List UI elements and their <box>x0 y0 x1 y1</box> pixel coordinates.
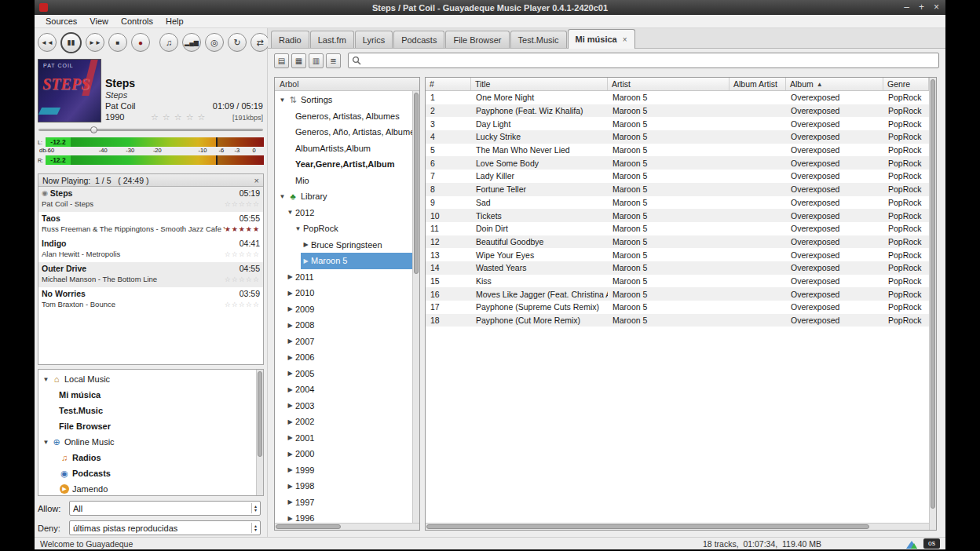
library-item[interactable]: ▶Bruce Springsteen <box>275 237 412 254</box>
spin-down-icon[interactable]: ▾ <box>254 509 257 513</box>
column-header-album[interactable]: Album▲ <box>786 78 883 90</box>
track-row[interactable]: 12Beautiful GoodbyeMaroon 5OverexposedPo… <box>426 235 929 249</box>
seek-handle[interactable] <box>90 126 97 133</box>
playlist-track-rating[interactable]: ☆☆☆☆☆ <box>225 199 260 210</box>
library-item[interactable]: ▶2006 <box>275 349 412 366</box>
tab-file-browser[interactable]: File Browser <box>445 31 509 48</box>
tree-horizontal-scrollbar[interactable] <box>275 523 419 530</box>
library-item[interactable]: ▶1997 <box>275 494 412 511</box>
expander-icon[interactable]: ▶ <box>285 290 295 297</box>
column-header-album-artist[interactable]: Album Artist <box>730 78 786 90</box>
tree-header[interactable]: Arbol <box>275 78 419 91</box>
tab-podcasts[interactable]: Podcasts <box>393 31 444 48</box>
expander-icon[interactable]: ▼ <box>285 209 295 216</box>
expander-icon[interactable]: ▶ <box>285 515 295 522</box>
table-vertical-scrollbar[interactable] <box>929 78 936 530</box>
view-columns-button[interactable]: ▥ <box>309 53 324 68</box>
stop-button[interactable]: ■ <box>108 33 127 52</box>
view-covers-button[interactable]: ▦ <box>291 53 306 68</box>
smart-play-button[interactable]: ◎ <box>205 33 224 52</box>
track-row[interactable]: 9SadMaroon 5OverexposedPopRock <box>426 196 929 210</box>
track-row[interactable]: 8Fortune TellerMaroon 5OverexposedPopRoc… <box>426 183 929 196</box>
scrollbar-thumb[interactable] <box>931 79 935 509</box>
album-art[interactable]: PAT COIL STEPS <box>38 59 101 122</box>
track-row[interactable]: 14Wasted YearsMaroon 5OverexposedPopRock <box>426 261 929 275</box>
menu-view[interactable]: View <box>83 16 115 27</box>
seek-track[interactable] <box>38 129 263 131</box>
library-item[interactable]: ▶Maroon 5 <box>275 253 412 269</box>
library-item[interactable]: ▼PopRock <box>275 221 412 237</box>
library-item[interactable]: ▶1999 <box>275 462 412 479</box>
expander-icon[interactable]: ▶ <box>285 273 295 280</box>
shuffle-button[interactable]: ⇄ <box>250 33 269 52</box>
view-details-button[interactable]: ≣ <box>326 53 341 68</box>
playlist-track-rating[interactable]: ☆☆☆☆☆ <box>225 300 260 310</box>
expander-icon[interactable]: ▼ <box>277 97 287 104</box>
expander-icon[interactable]: ▶ <box>285 466 295 473</box>
source-item[interactable]: ▼⊕Online Music <box>38 434 256 450</box>
column-header-title[interactable]: Title <box>471 78 608 90</box>
tree-vertical-scrollbar[interactable] <box>412 91 419 523</box>
expander-icon[interactable]: ▶ <box>285 451 295 458</box>
close-button[interactable]: × <box>934 0 939 15</box>
status-badge[interactable]: os <box>923 538 940 549</box>
expander-icon[interactable]: ▶ <box>285 498 295 505</box>
menu-sources[interactable]: Sources <box>39 16 83 27</box>
table-horizontal-scrollbar[interactable] <box>426 523 929 530</box>
library-item[interactable]: ▶2007 <box>275 334 412 350</box>
library-item[interactable]: ▼⇅Sortings <box>275 92 412 108</box>
previous-button[interactable]: ◄◄ <box>38 33 57 52</box>
library-item[interactable]: ▶2002 <box>275 414 412 430</box>
playlist-row[interactable]: Taos05:55Russ Freeman & The Rippingtons … <box>38 212 263 237</box>
expander-icon[interactable]: ▶ <box>285 354 295 361</box>
maximize-button[interactable]: + <box>919 0 924 15</box>
tab-last.fm[interactable]: Last.fm <box>310 31 354 48</box>
scrollbar-thumb[interactable] <box>426 524 869 529</box>
playlist-row[interactable]: ◉Steps05:19Pat Coil - Steps☆☆☆☆☆ <box>38 187 263 212</box>
source-item[interactable]: Mi música <box>38 387 256 403</box>
repeat-button[interactable]: ↻ <box>228 33 247 52</box>
library-item[interactable]: ▶1996 <box>275 510 412 523</box>
search-box[interactable] <box>348 53 939 68</box>
tab-lyrics[interactable]: Lyrics <box>355 31 393 48</box>
spinner-icon[interactable]: ▴ ▾ <box>251 523 257 533</box>
track-row[interactable]: 2Payphone (Feat. Wiz Khalifa)Maroon 5Ove… <box>426 104 929 118</box>
allow-filter-select[interactable]: All ▴ ▾ <box>69 501 261 516</box>
equalizer-button[interactable]: ▂▄▆ <box>182 33 201 52</box>
next-button[interactable]: ►► <box>86 33 104 52</box>
expander-icon[interactable]: ▶ <box>285 483 295 490</box>
scrollbar-thumb[interactable] <box>276 524 341 529</box>
view-list-button[interactable]: ▤ <box>274 53 289 68</box>
library-item[interactable]: ▶2000 <box>275 446 412 462</box>
spin-down-icon[interactable]: ▾ <box>254 528 257 532</box>
library-item[interactable]: Year,Genre,Artist,Album <box>275 156 412 173</box>
expander-icon[interactable]: ▶ <box>285 322 295 329</box>
column-header-artist[interactable]: Artist <box>608 78 730 90</box>
source-item[interactable]: ▼⌂Local Music <box>38 371 256 387</box>
track-row[interactable]: 3Day LightMaroon 5OverexposedPopRock <box>426 117 929 130</box>
library-item[interactable]: ▶2004 <box>275 381 412 398</box>
source-item[interactable]: File Browser <box>38 418 256 434</box>
source-item[interactable]: Test.Music <box>38 403 256 418</box>
expander-icon[interactable]: ▼ <box>41 439 51 446</box>
record-button[interactable]: ● <box>131 33 150 52</box>
library-item[interactable]: ▶2001 <box>275 430 412 447</box>
expander-icon[interactable]: ▶ <box>301 257 311 265</box>
tab-mi-música[interactable]: Mi música× <box>568 29 635 49</box>
playlist-row[interactable]: No Worries03:59Tom Braxton - Bounce☆☆☆☆☆ <box>38 287 263 312</box>
column-header-number[interactable]: # <box>426 78 471 90</box>
track-row[interactable]: 11Doin DirtMaroon 5OverexposedPopRock <box>426 222 929 235</box>
library-item[interactable]: ▶2008 <box>275 317 412 334</box>
library-item[interactable]: ▶2005 <box>275 366 412 382</box>
playlist-track-rating[interactable]: ★★★★★ <box>225 224 260 235</box>
pause-button[interactable]: ▮▮ <box>60 32 82 53</box>
search-input[interactable] <box>364 54 935 67</box>
library-item[interactable]: Generos, Artistas, Albumes <box>275 108 412 125</box>
scrollbar-thumb[interactable] <box>414 93 419 274</box>
track-row[interactable]: 6Love Some BodyMaroon 5OverexposedPopRoc… <box>426 156 929 170</box>
expander-icon[interactable]: ▼ <box>277 193 287 200</box>
current-track-rating[interactable]: ☆ ☆ ☆ ☆ ☆ <box>151 111 207 122</box>
expander-icon[interactable]: ▶ <box>285 338 295 345</box>
tab-radio[interactable]: Radio <box>271 31 309 48</box>
track-row[interactable]: 1One More NightMaroon 5OverexposedPopRoc… <box>426 91 929 104</box>
